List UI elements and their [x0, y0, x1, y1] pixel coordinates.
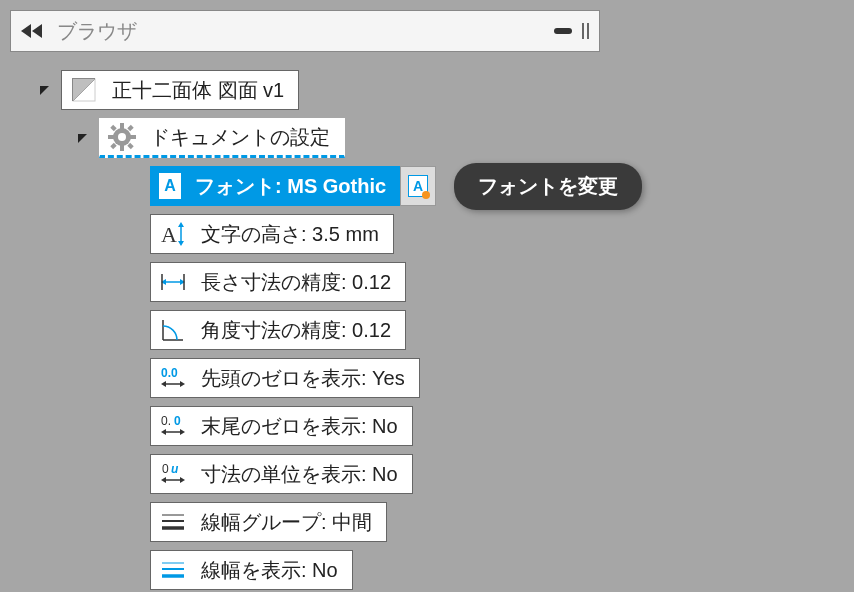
lineweight-show-icon — [159, 556, 187, 584]
leading-zero-icon: 0.0 — [159, 364, 187, 392]
browser-controls — [554, 23, 589, 39]
svg-marker-37 — [180, 477, 185, 483]
tree-row-lineweight-show[interactable]: 線幅を表示: No — [150, 550, 854, 590]
dimension-length-icon — [159, 268, 187, 296]
svg-marker-15 — [178, 222, 184, 227]
svg-text:A: A — [161, 222, 177, 247]
item-label: 文字の高さ: 3.5 mm — [201, 221, 379, 248]
svg-rect-0 — [554, 28, 572, 34]
font-node-selected[interactable]: A フォント: MS Gothic — [150, 166, 401, 206]
svg-rect-9 — [110, 125, 116, 131]
item-label: 線幅グループ: 中間 — [201, 509, 372, 536]
svg-text:0.0: 0.0 — [161, 366, 178, 380]
tree-row-font: A フォント: MS Gothic A フォントを変更 — [150, 166, 854, 206]
svg-marker-32 — [180, 429, 185, 435]
browser-bar: ブラウザ — [10, 10, 600, 52]
font-label: フォント: MS Gothic — [195, 173, 386, 200]
tree-row-trailing-zero[interactable]: 0. 0 末尾のゼロを表示: No — [150, 406, 854, 446]
dimension-angle-icon — [159, 316, 187, 344]
font-icon: A — [159, 173, 181, 199]
svg-marker-16 — [178, 241, 184, 246]
item-label: 長さ寸法の精度: 0.12 — [201, 269, 391, 296]
gear-icon — [108, 123, 136, 151]
expand-triangle-icon[interactable] — [78, 134, 87, 143]
svg-text:0: 0 — [162, 462, 169, 476]
change-font-button[interactable]: A — [400, 166, 436, 206]
tree-row-text-height[interactable]: A 文字の高さ: 3.5 mm — [150, 214, 854, 254]
rewind-icon[interactable] — [21, 24, 43, 38]
item-label: 末尾のゼロを表示: No — [201, 413, 398, 440]
svg-rect-12 — [127, 143, 133, 149]
tree-row-length-precision[interactable]: 長さ寸法の精度: 0.12 — [150, 262, 854, 302]
svg-rect-8 — [130, 135, 136, 139]
tree-row-units[interactable]: 0 u 寸法の単位を表示: No — [150, 454, 854, 494]
item-label: 線幅を表示: No — [201, 557, 338, 584]
tree: 正十二面体 図面 v1 — [40, 70, 854, 590]
svg-rect-5 — [120, 123, 124, 129]
svg-text:u: u — [171, 462, 179, 476]
item-label: 寸法の単位を表示: No — [201, 461, 398, 488]
item-label: 角度寸法の精度: 0.12 — [201, 317, 391, 344]
tooltip: フォントを変更 — [454, 163, 642, 210]
svg-rect-7 — [108, 135, 114, 139]
svg-marker-36 — [161, 477, 166, 483]
tree-row-lineweight-group[interactable]: 線幅グループ: 中間 — [150, 502, 854, 542]
tree-row-root[interactable]: 正十二面体 図面 v1 — [40, 70, 854, 110]
text-height-icon: A — [159, 220, 187, 248]
trailing-zero-icon: 0. 0 — [159, 412, 187, 440]
minimize-pill-icon[interactable] — [554, 26, 572, 36]
svg-point-4 — [118, 133, 126, 141]
drawing-icon — [70, 76, 98, 104]
tree-row-leading-zero[interactable]: 0.0 先頭のゼロを表示: Yes — [150, 358, 854, 398]
svg-rect-11 — [110, 143, 116, 149]
svg-text:0: 0 — [174, 414, 181, 428]
root-label: 正十二面体 図面 v1 — [112, 77, 284, 104]
svg-text:0.: 0. — [161, 414, 171, 428]
svg-rect-6 — [120, 145, 124, 151]
lineweight-group-icon — [159, 508, 187, 536]
doc-settings-label: ドキュメントの設定 — [150, 124, 330, 151]
item-label: 先頭のゼロを表示: Yes — [201, 365, 405, 392]
svg-marker-26 — [161, 381, 166, 387]
doc-settings-node[interactable]: ドキュメントの設定 — [99, 118, 345, 158]
svg-rect-10 — [127, 125, 133, 131]
drawing-root-node[interactable]: 正十二面体 図面 v1 — [61, 70, 299, 110]
svg-marker-2 — [73, 79, 95, 101]
browser-title: ブラウザ — [57, 18, 554, 45]
units-icon: 0 u — [159, 460, 187, 488]
tree-row-doc-settings[interactable]: ドキュメントの設定 — [78, 118, 854, 158]
resize-handle-icon[interactable] — [582, 23, 589, 39]
tree-row-angle-precision[interactable]: 角度寸法の精度: 0.12 — [150, 310, 854, 350]
svg-marker-27 — [180, 381, 185, 387]
svg-marker-31 — [161, 429, 166, 435]
font-edit-icon: A — [408, 175, 428, 197]
expand-triangle-icon[interactable] — [40, 86, 49, 95]
